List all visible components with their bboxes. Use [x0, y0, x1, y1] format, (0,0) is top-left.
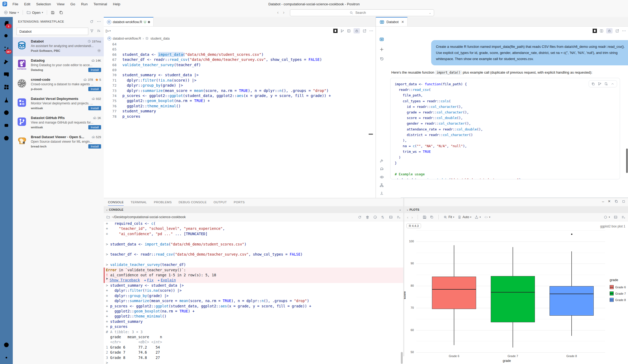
more-actions-icon[interactable]: ⋯ [97, 19, 101, 24]
panel-tab-debug-console[interactable]: DEBUG CONSOLE [179, 199, 207, 205]
activity-search-icon[interactable] [0, 30, 13, 43]
tab-databot-wrokflow[interactable]: R databot-wrokflow.R U [104, 17, 153, 26]
open-button[interactable]: Open▾ [24, 10, 45, 15]
menu-help[interactable]: Help [110, 2, 123, 7]
collapse-chevron-icon[interactable]: ⌄ [406, 208, 409, 211]
eye-icon[interactable] [380, 175, 384, 179]
plot-history-dropdown[interactable]: ▾ [604, 215, 610, 219]
extension-row[interactable]: Dataslot Vercel Deployments932Monitor Ve… [13, 95, 104, 114]
lock-icon[interactable] [353, 28, 360, 33]
code-line[interactable]: ggplot2::geom_boxplot(na.rm = TRUE) + [122, 98, 210, 103]
menu-edit[interactable]: Edit [22, 2, 33, 7]
activity-github-icon[interactable] [0, 132, 13, 145]
panel-tab-terminal[interactable]: TERMINAL [131, 199, 147, 205]
sort-icon[interactable] [97, 29, 101, 33]
activity-publish-icon[interactable] [0, 106, 13, 119]
install-button[interactable]: Install [88, 144, 101, 149]
runtime-chip[interactable]: R 4.4.3 [406, 223, 421, 228]
databot-toggle-icon[interactable] [593, 29, 597, 33]
settings-icon[interactable] [0, 351, 13, 364]
publish-dropdown[interactable]: ▾ [475, 215, 481, 219]
save-icon[interactable] [49, 10, 57, 15]
nav-forward-icon[interactable]: › [283, 10, 284, 15]
global-search-box[interactable]: ⌄ [290, 9, 434, 16]
open-external-icon[interactable] [615, 29, 619, 33]
traceback-expand-icon[interactable] [106, 278, 108, 280]
extension-row[interactable]: Bread Dataset Viewer - Open S...529Open … [13, 133, 104, 152]
unsaved-dot-icon[interactable] [148, 21, 150, 23]
save-plot-icon[interactable] [423, 215, 427, 219]
console-collapse-icon[interactable]: ⌄ [399, 208, 401, 211]
activity-debug-icon[interactable] [0, 55, 13, 68]
databot-toggle-icon[interactable] [333, 29, 338, 33]
databot-scrollbar-thumb[interactable] [626, 149, 628, 173]
legend-item[interactable]: Grade 7 [610, 291, 626, 295]
info-icon[interactable] [373, 215, 377, 219]
legend-item[interactable]: Grade 6 [610, 285, 626, 289]
panel-close-icon[interactable]: ✕ [608, 199, 611, 204]
install-button[interactable]: Install [88, 125, 101, 129]
wrench-icon[interactable] [380, 159, 384, 163]
menu-run[interactable]: Run [79, 2, 90, 7]
trash-icon[interactable] [365, 215, 369, 219]
code-line[interactable]: student_summary <- student_data |> [122, 73, 199, 78]
console-link-explain[interactable]: Explain [157, 278, 176, 283]
code-line[interactable] [122, 42, 124, 47]
split-editor-icon[interactable] [347, 29, 351, 33]
code-line[interactable]: p_scores <- ggplot2::ggplot(student_data… [122, 93, 331, 98]
code-line[interactable]: teacher_df <- readr::read_csv("data/ch6_… [122, 57, 322, 62]
menu-selection[interactable]: Selection [34, 2, 53, 7]
history-icon[interactable] [380, 57, 384, 61]
editor-more-icon[interactable]: ⋯ [369, 28, 373, 33]
plot-next-icon[interactable]: › [411, 215, 413, 219]
code-line[interactable] [122, 67, 124, 73]
clear-console-icon[interactable] [397, 215, 401, 219]
hierarchy-icon[interactable] [380, 183, 384, 187]
search-dropdown-icon[interactable]: ⌄ [429, 11, 431, 14]
move-plots-icon[interactable] [614, 215, 618, 219]
insert-code-icon[interactable] [604, 82, 608, 86]
download-icon[interactable] [380, 191, 384, 195]
working-directory[interactable]: ~/Desktop/computational-social-science-c… [112, 215, 186, 219]
editor-scrollbar-thumb[interactable] [369, 134, 373, 135]
nav-back-icon[interactable]: ‹ [277, 10, 278, 15]
code-editor[interactable]: 64 65 66student_data <- import_data("dat… [104, 42, 376, 119]
run-icon[interactable]: ▷ [106, 28, 109, 33]
code-line[interactable]: dplyr::group_by(grade) |> [122, 83, 183, 88]
copy-icon[interactable] [591, 82, 595, 86]
code-line[interactable] [122, 47, 124, 52]
install-button[interactable]: Install [88, 106, 101, 110]
extension-search-input[interactable] [19, 29, 81, 34]
diff-icon[interactable] [598, 82, 602, 86]
code-line[interactable]: ggplot2::theme_minimal() [122, 104, 181, 109]
panel-tab-console[interactable]: CONSOLE [108, 199, 124, 206]
extension-row[interactable]: Databot197msAn assistant for analyzing a… [13, 37, 104, 56]
run-dropdown-icon[interactable]: ▾ [110, 29, 111, 32]
code-line[interactable]: student_data <- import_data("data/ch6_de… [122, 52, 264, 57]
activity-extensions-icon[interactable] [0, 81, 13, 94]
fit-dropdown[interactable]: Fit▾ [443, 215, 454, 219]
legend-item[interactable]: Grade 8 [610, 298, 626, 302]
global-search-input[interactable] [355, 11, 375, 15]
extension-row[interactable]: DATADOGDatadog14KBring Datadog to your c… [13, 56, 104, 75]
new-chat-icon[interactable] [379, 47, 384, 52]
open-external-icon[interactable] [363, 29, 367, 33]
console-output[interactable]: + required_cols <- c(+ "teacher_id", "sc… [104, 221, 403, 364]
panel-tab-ports[interactable]: PORTS [234, 199, 245, 205]
plot-prev-icon[interactable]: ‹ [407, 215, 408, 219]
lock-icon[interactable] [606, 28, 613, 33]
save-all-icon[interactable] [57, 10, 65, 15]
split-editor-icon[interactable] [600, 29, 604, 33]
activity-remote-icon[interactable] [0, 68, 13, 81]
activity-files-icon[interactable]: 1 [0, 17, 13, 30]
console-link-fix[interactable]: Fix [144, 278, 153, 283]
tab-databot[interactable]: Databot ✕ [376, 17, 407, 26]
console-link-show-traceback[interactable]: Show Traceback [110, 278, 140, 283]
code-dropdown[interactable]: ▾ [484, 215, 490, 219]
activity-testing-icon[interactable] [0, 94, 13, 106]
extension-row[interactable]: Dataslot GitHub PRs1KView and manage Git… [13, 114, 104, 133]
auto-dropdown[interactable]: Auto▾ [458, 215, 471, 219]
install-button[interactable]: Install [88, 87, 101, 91]
code-line[interactable]: p_scores [122, 114, 140, 119]
menu-terminal[interactable]: Terminal [91, 2, 109, 7]
